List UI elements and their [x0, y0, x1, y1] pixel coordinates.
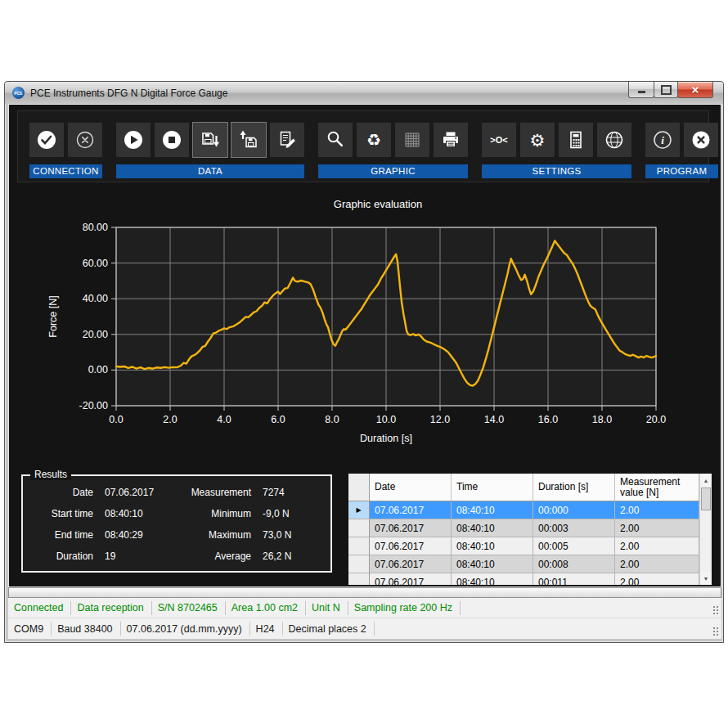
options-button[interactable]: ⚙ [520, 123, 555, 157]
row-selector-cell[interactable] [348, 537, 370, 555]
x-tick-label: 6.0 [271, 414, 285, 425]
scrollbar-thumb[interactable] [701, 488, 711, 510]
x-tick-label: 2.0 [163, 414, 177, 425]
connect-button[interactable] [29, 123, 64, 157]
load-floppy-icon [238, 129, 259, 151]
table-row[interactable]: 07.06.201708:40:1000:0032.00 [348, 519, 712, 537]
start-measurement-button[interactable] [116, 123, 151, 157]
status-item: Unit N [306, 602, 348, 613]
x-tick-label: 18.0 [592, 414, 612, 425]
column-header[interactable]: Measurement value [N] [615, 474, 699, 501]
refresh-button[interactable]: ♻ [357, 123, 391, 157]
column-header[interactable]: Date [370, 474, 452, 501]
tare-icon: >O< [488, 129, 510, 151]
play-circle-icon [123, 129, 144, 151]
recycle-icon: ♻ [363, 129, 384, 151]
status-item: Baud 38400 [52, 623, 119, 635]
result-label: Date [23, 487, 93, 498]
stop-circle-icon [161, 129, 182, 151]
x-tick-label: 10.0 [376, 414, 396, 425]
tare-zero-button[interactable]: >O< [482, 123, 516, 157]
gear-icon: ⚙ [527, 129, 548, 151]
result-label: End time [23, 529, 93, 541]
result-label: Measurement [182, 487, 251, 498]
stop-measurement-button[interactable] [155, 123, 189, 157]
table-cell: 08:40:10 [452, 501, 533, 519]
minimize-button[interactable] [628, 82, 654, 98]
status-item: Decimal places 2 [283, 623, 374, 635]
table-cell: 07.06.2017 [370, 573, 452, 585]
edit-report-button[interactable] [270, 123, 304, 157]
toolbar-group-label: GRAPHIC [318, 164, 468, 178]
result-value: 7274 [251, 487, 330, 498]
toolbar-group-label: CONNECTION [29, 164, 102, 178]
resize-grip[interactable] [712, 604, 719, 614]
table-scrollbar[interactable]: ▲ ▼ [699, 474, 712, 585]
row-selector-cell[interactable] [348, 573, 370, 585]
save-data-button[interactable] [193, 123, 227, 157]
table-cell: 2.00 [615, 573, 699, 585]
table-row[interactable]: 07.06.201708:40:1000:0112.00 [348, 573, 712, 585]
chart: Graphic evaluation80.0060.0040.0020.000.… [9, 186, 722, 456]
horizontal-scrollbar[interactable] [8, 587, 721, 598]
disconnect-button[interactable] [68, 123, 102, 157]
close-icon: × [692, 83, 699, 97]
grid-toggle-button[interactable] [395, 123, 429, 157]
row-selector-cell[interactable] [348, 519, 370, 537]
scroll-down-button[interactable]: ▼ [700, 572, 712, 585]
svg-text:⚙: ⚙ [530, 131, 546, 151]
table-row[interactable]: ▶07.06.201708:40:1000:0002.00 [348, 501, 712, 519]
calculator-icon [565, 129, 586, 151]
table-cell: 2.00 [615, 555, 699, 573]
main-content: CONNECTIONDATA♻GRAPHIC>O<⚙SETTINGSiPROGR… [8, 104, 721, 587]
table-cell: 00:000 [533, 501, 615, 519]
table-cell: 07.06.2017 [370, 555, 452, 573]
save-floppy-icon [200, 129, 221, 151]
table-cell: 07.06.2017 [370, 519, 452, 537]
load-data-button[interactable] [231, 123, 266, 157]
resize-grip[interactable] [712, 626, 719, 636]
x-tick-label: 20.0 [646, 414, 666, 425]
result-label: Maximum [182, 529, 251, 541]
column-header[interactable]: Duration [s] [533, 474, 615, 501]
chart-svg: Graphic evaluation80.0060.0040.0020.000.… [9, 186, 722, 456]
close-button[interactable]: × [677, 82, 713, 98]
status-item: Area 1.00 cm2 [226, 602, 305, 613]
status-item: Connected [8, 602, 70, 613]
table-cell: 00:011 [533, 573, 615, 585]
x-axis-label: Duration [s] [360, 433, 412, 444]
y-tick-label: 80.00 [83, 222, 108, 233]
row-selector-cell[interactable] [348, 555, 370, 573]
minimize-icon [638, 91, 645, 93]
status-item: 07.06.2017 (dd.mm.yyyy) [121, 623, 249, 635]
result-label: Minimum [182, 508, 251, 519]
toolbar-group-label: SETTINGS [482, 164, 631, 178]
result-value: 07.06.2017 [93, 487, 182, 498]
toolbar: CONNECTIONDATA♻GRAPHIC>O<⚙SETTINGSiPROGR… [17, 110, 709, 182]
info-button[interactable]: i [645, 123, 680, 157]
result-label: Duration [23, 550, 93, 562]
result-value: 19 [93, 550, 182, 562]
toolbar-group-connection: CONNECTION [29, 123, 102, 178]
print-button[interactable] [434, 123, 468, 157]
column-header[interactable]: Time [452, 474, 533, 501]
row-selector-cell[interactable]: ▶ [348, 501, 370, 519]
title-bar[interactable]: PCE PCE Instruments DFG N Digital Force … [5, 82, 723, 104]
table-row[interactable]: 07.06.201708:40:1000:0082.00 [348, 555, 712, 573]
maximize-button[interactable] [654, 82, 678, 98]
toolbar-group-data: DATA [116, 123, 304, 178]
x-tick-label: 16.0 [538, 414, 558, 425]
zoom-button[interactable] [318, 123, 353, 157]
toolbar-group-settings: >O<⚙SETTINGS [482, 123, 631, 178]
table-cell: 08:40:10 [452, 573, 533, 585]
x-tick-label: 4.0 [217, 414, 231, 425]
x-circle-icon [74, 129, 96, 151]
printer-icon [440, 129, 461, 151]
status-item: S/N 8702465 [152, 602, 225, 613]
language-button[interactable] [597, 123, 631, 157]
scroll-up-button[interactable]: ▲ [700, 474, 712, 487]
device-button[interactable] [559, 123, 593, 157]
exit-button[interactable] [684, 123, 718, 157]
table-row[interactable]: 07.06.201708:40:1000:0052.00 [348, 537, 712, 555]
window-title: PCE Instruments DFG N Digital Force Gaug… [30, 88, 227, 99]
